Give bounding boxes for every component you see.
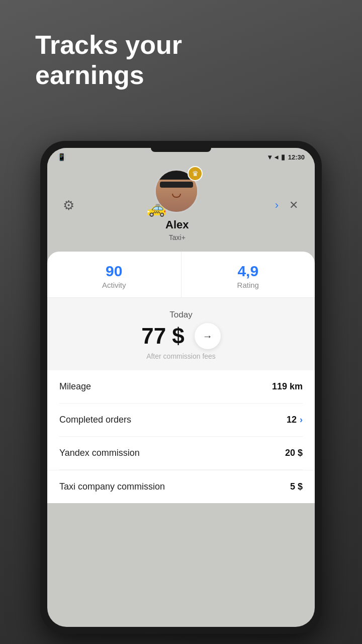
smile bbox=[172, 194, 181, 198]
activity-value: 90 bbox=[106, 263, 122, 280]
profile-area: ⚙ ♛ 🚕 Alex Taxi+ › bbox=[47, 164, 315, 252]
earnings-period: Today bbox=[59, 310, 303, 320]
headline: Tracks your earnings bbox=[35, 30, 182, 91]
card-section: 90 Activity 4,9 Rating Today 77 $ → Afte… bbox=[47, 252, 315, 503]
rating-value: 4,9 bbox=[237, 263, 258, 280]
headline-line1: Tracks your bbox=[35, 30, 182, 59]
profile-tier: Taxi+ bbox=[169, 233, 186, 242]
phone-screen: 📳 ▾ ◂ ▮ 12:30 ⚙ bbox=[47, 148, 315, 627]
earnings-note: After commission fees bbox=[59, 352, 303, 360]
settings-button[interactable]: ⚙ bbox=[57, 194, 79, 216]
earnings-section: Today 77 $ → After commission fees bbox=[47, 298, 315, 370]
rating-label: Rating bbox=[237, 281, 259, 289]
time-display: 12:30 bbox=[288, 153, 305, 161]
completed-orders-value: 12 › bbox=[287, 415, 303, 425]
taxi-commission-label: Taxi company commission bbox=[59, 481, 165, 492]
notch bbox=[151, 148, 211, 152]
taxi-car-icon: 🚕 bbox=[146, 198, 166, 217]
activity-stat: 90 Activity bbox=[47, 252, 182, 297]
yandex-commission-row: Yandex commission 20 $ bbox=[59, 437, 303, 470]
earnings-arrow-button[interactable]: → bbox=[195, 323, 221, 349]
yandex-commission-value: 20 $ bbox=[285, 448, 303, 458]
sunglasses bbox=[160, 182, 193, 188]
taxi-commission-content: Taxi company commission 5 $ bbox=[59, 481, 303, 492]
profile-center: ♛ 🚕 Alex Taxi+ bbox=[154, 169, 200, 242]
taxi-commission-value: 5 $ bbox=[290, 481, 303, 492]
headline-line2: earnings bbox=[35, 60, 144, 90]
close-button[interactable]: ✕ bbox=[283, 194, 305, 216]
earnings-row: 77 $ → bbox=[59, 323, 303, 349]
vibrate-icon: 📳 bbox=[57, 153, 66, 161]
details-list: Mileage 119 km Completed orders 12 › Yan… bbox=[47, 370, 315, 470]
earnings-amount: 77 $ bbox=[141, 324, 185, 349]
phone-frame: 📳 ▾ ◂ ▮ 12:30 ⚙ bbox=[40, 141, 322, 634]
signal-icon: ◂ bbox=[275, 153, 278, 161]
completed-orders-row[interactable]: Completed orders 12 › bbox=[59, 404, 303, 437]
completed-orders-label: Completed orders bbox=[59, 415, 131, 425]
stats-row: 90 Activity 4,9 Rating bbox=[47, 252, 315, 298]
rating-stat: 4,9 Rating bbox=[182, 252, 315, 297]
mileage-value: 119 km bbox=[272, 381, 303, 392]
wifi-icon: ▾ bbox=[268, 153, 272, 161]
mileage-label: Mileage bbox=[59, 381, 91, 392]
profile-name: Alex bbox=[165, 218, 189, 231]
status-right: ▾ ◂ ▮ 12:30 bbox=[268, 153, 305, 161]
avatar-wrapper: ♛ 🚕 bbox=[154, 169, 200, 214]
mileage-row: Mileage 119 km bbox=[59, 370, 303, 404]
yandex-commission-label: Yandex commission bbox=[59, 448, 140, 458]
status-left: 📳 bbox=[57, 153, 66, 161]
battery-icon: ▮ bbox=[281, 153, 285, 161]
taxi-commission-row: Taxi company commission 5 $ bbox=[47, 470, 315, 503]
activity-label: Activity bbox=[102, 281, 126, 289]
crown-badge: ♛ bbox=[188, 166, 203, 181]
orders-chevron-icon: › bbox=[300, 415, 303, 425]
profile-chevron[interactable]: › bbox=[275, 199, 279, 212]
